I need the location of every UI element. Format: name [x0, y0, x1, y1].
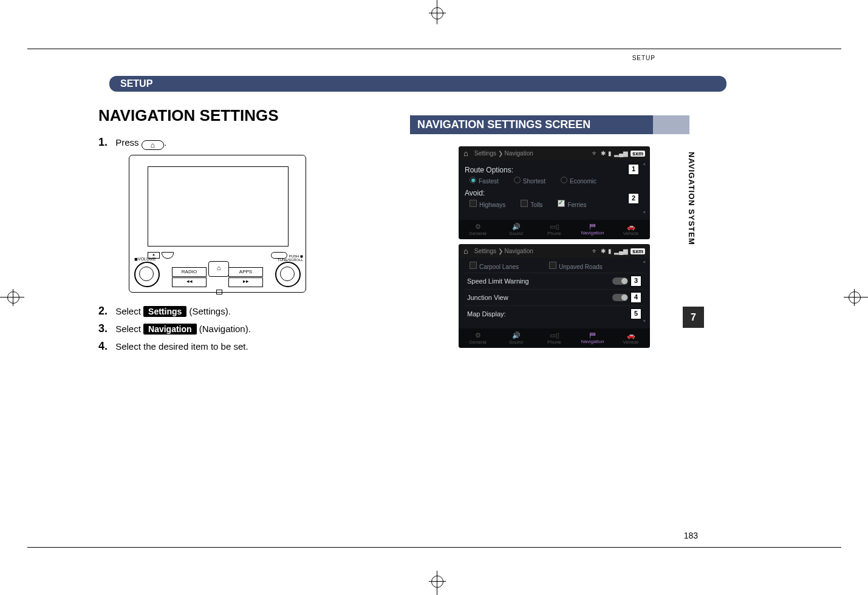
tab-vehicle[interactable]: 🚗Vehicle [612, 330, 650, 346]
avoid-label: Avoid: [465, 189, 644, 197]
cropmark-bottom [431, 571, 443, 595]
ss2-body: ˄ Carpool Lanes Unpaved Roads Speed Limi… [459, 258, 650, 328]
tab-sound[interactable]: 🔊Sound [497, 222, 535, 237]
shortest-option[interactable]: Shortest [514, 177, 545, 185]
tab-general[interactable]: ⚙General [459, 222, 497, 237]
checkbox-off-icon [549, 262, 556, 269]
step-2: 2. Select Settings (Settings). [98, 305, 402, 318]
route-options-row: Fastest Shortest Economic [465, 175, 644, 187]
side-tab: NAVIGATION SYSTEM [687, 152, 698, 245]
volume-label: ◼VOLUME [134, 257, 156, 262]
nav-settings-screenshot-2: ⌂ Settings ❯ Navigation ᯤ ✱ ▮ ▂▄▆ sxm ˄ … [459, 244, 650, 348]
tab-vehicle[interactable]: 🚗Vehicle [612, 222, 650, 237]
tab-sound[interactable]: 🔊Sound [497, 330, 535, 346]
step-3-prefix: Select [115, 324, 141, 334]
status-icons: ᯤ ✱ ▮ ▂▄▆ sxm [592, 248, 645, 254]
home-icon[interactable]: ⌂ [463, 149, 468, 158]
home-icon[interactable]: ⌂ [463, 246, 468, 256]
speed-limit-row[interactable]: Speed Limit Warning 3 [465, 273, 644, 289]
prev-hardkey-icon: ◂◂ [172, 277, 207, 287]
highways-check[interactable]: Highways [470, 200, 505, 208]
nav-icon: ⛿ [573, 332, 612, 339]
scroll-up-icon[interactable]: ˄ [643, 163, 646, 171]
route-options-label: Route Options: [465, 166, 644, 174]
car-icon: 🚗 [612, 332, 650, 339]
bluetooth-icon: ✱ [601, 150, 606, 157]
bluetooth-icon: ✱ [601, 248, 606, 254]
ferries-check[interactable]: Ferries [558, 200, 586, 208]
step-3-number: 3. [98, 322, 113, 335]
apps-hardkey: APPS [228, 267, 263, 277]
car-icon: 🚗 [612, 223, 650, 231]
tab-phone[interactable]: ▭▯Phone [535, 330, 573, 346]
sxm-badge: sxm [630, 248, 645, 254]
sxm-badge: sxm [630, 151, 645, 157]
step-4-number: 4. [98, 340, 113, 353]
tolls-check[interactable]: Tolls [521, 200, 542, 208]
tune-knob-icon [275, 262, 301, 287]
tab-navigation[interactable]: ⛿Navigation [573, 222, 612, 237]
ss2-tabbar: ⚙General 🔊Sound ▭▯Phone ⛿Navigation 🚗Veh… [459, 328, 650, 348]
map-display-label: Map Display: [467, 310, 506, 318]
tab-general[interactable]: ⚙General [459, 330, 497, 346]
callout-marker-1: 1 [628, 164, 639, 175]
step-4: 4. Select the desired item to be set. [98, 340, 402, 353]
checkbox-off-icon [470, 200, 477, 207]
toggle-icon[interactable] [612, 277, 628, 285]
volume-knob-icon [134, 262, 160, 287]
toggle-icon[interactable] [612, 294, 628, 301]
unpaved-check[interactable]: Unpaved Roads [549, 262, 603, 270]
step-1: 1. Press ⌂. [98, 136, 402, 149]
home-hardkey-icon: ⌂ [208, 261, 229, 277]
junction-view-row[interactable]: Junction View 4 [465, 289, 644, 305]
avoid-row-2: Carpool Lanes Unpaved Roads [465, 260, 644, 273]
thumb-index: 7 [683, 307, 704, 328]
nav-icon: ⛿ [573, 223, 612, 230]
step-2-prefix: Select [115, 306, 141, 316]
economic-option[interactable]: Economic [561, 177, 596, 185]
callout-marker-3: 3 [630, 276, 641, 287]
step-2-paren: (Settings). [189, 306, 230, 316]
step-1-suffix: . [164, 137, 166, 148]
cropmark-top [431, 0, 443, 24]
running-head: SETUP [632, 55, 655, 61]
page-title: NAVIGATION SETTINGS [98, 106, 402, 125]
radio-on-icon [470, 177, 476, 183]
battery-icon: ▮ [608, 150, 612, 157]
checkbox-on-icon [558, 200, 565, 207]
scroll-down-icon[interactable]: ˅ [643, 211, 646, 219]
radio-off-icon [561, 177, 567, 183]
junction-view-label: Junction View [467, 294, 508, 301]
step-2-number: 2. [98, 305, 113, 318]
breadcrumb: Settings ❯ Navigation [474, 248, 533, 254]
section-header: NAVIGATION SETTINGS SCREEN [410, 115, 689, 134]
head-unit-illustration: ▲ ◼VOLUME PUSH ◼TUNE/SCROLL ⌂ RADIO APPS… [129, 155, 306, 293]
gear-icon: ⚙ [459, 223, 497, 231]
speed-limit-label: Speed Limit Warning [467, 277, 529, 285]
cropmark-right [844, 291, 868, 304]
navigation-button[interactable]: Navigation [143, 324, 197, 335]
wifi-icon: ᯤ [592, 248, 598, 254]
map-display-row[interactable]: Map Display: 5 [465, 305, 644, 322]
step-3: 3. Select Navigation (Navigation). [98, 322, 402, 335]
nav-settings-screenshot-1: ⌂ Settings ❯ Navigation ᯤ ✱ ▮ ▂▄▆ sxm ˄ … [459, 146, 650, 239]
right-column: NAVIGATION SETTINGS SCREEN ⌂ Settings ❯ … [410, 115, 689, 353]
tab-phone[interactable]: ▭▯Phone [535, 222, 573, 237]
fastest-option[interactable]: Fastest [470, 177, 499, 185]
speaker-icon: 🔊 [497, 332, 535, 339]
phone-icon: ▭▯ [535, 223, 573, 231]
battery-icon: ▮ [608, 248, 612, 254]
settings-button[interactable]: Settings [143, 306, 186, 317]
checkbox-off-icon [521, 200, 528, 207]
wifi-icon: ᯤ [592, 150, 598, 157]
head-unit-screen [148, 166, 289, 246]
setup-pill: SETUP [109, 76, 726, 92]
tab-navigation[interactable]: ⛿Navigation [573, 330, 612, 346]
carpool-check[interactable]: Carpool Lanes [470, 262, 519, 270]
signal-icon: ▂▄▆ [614, 248, 628, 254]
tune-label: PUSH ◼TUNE/SCROLL [278, 254, 303, 262]
page-number: 183 [684, 531, 698, 540]
ss1-tabbar: ⚙General 🔊Sound ▭▯Phone ⛿Navigation 🚗Veh… [459, 220, 650, 239]
scroll-down-icon[interactable]: ˅ [643, 319, 646, 327]
scroll-up-icon[interactable]: ˄ [643, 260, 646, 268]
